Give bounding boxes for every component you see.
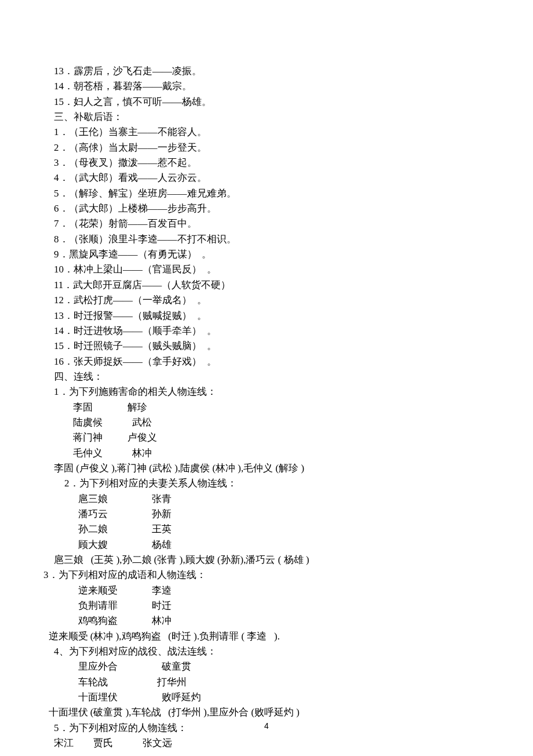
text-line: 逆来顺受 (林冲 ),鸡鸣狗盗 (时迁 ).负荆请罪 ( 李逵 ). — [43, 629, 490, 644]
text-line: 2．（高俅）当太尉——一步登天。 — [43, 140, 490, 155]
text-line: 四、连线： — [43, 369, 490, 384]
text-line: 14．时迁进牧场——（顺手牵羊） 。 — [43, 324, 490, 339]
text-line: 顾大嫂 杨雄 — [43, 537, 490, 553]
text-line: 8．（张顺）浪里斗李逵——不打不相识。 — [43, 232, 490, 247]
text-line: 3．为下列相对应的成语和人物连线： — [43, 568, 490, 583]
text-line: 逆来顺受 李逵 — [43, 583, 490, 598]
text-line: 2．为下列相对应的夫妻关系人物连线： — [43, 476, 490, 491]
page-number: 4 — [0, 720, 533, 733]
text-line: 9．黑旋风李逵——（有勇无谋） 。 — [43, 247, 490, 262]
text-line: 1．为下列施贿害命的相关人物连线： — [43, 384, 490, 399]
text-line: 毛仲义 林冲 — [43, 446, 490, 461]
document-body: 13．霹雳后，沙飞石走——凌振。14．朝苍梧，暮碧落——戴宗。15．妇人之言，慎… — [43, 64, 490, 751]
text-line: 4．（武大郎）看戏——人云亦云。 — [43, 170, 490, 186]
text-line: 5．（解珍、解宝）坐班房——难兄难弟。 — [43, 186, 490, 201]
text-line: 15．时迁照镜子——（贼头贼脑） 。 — [43, 339, 490, 354]
text-line: 14．朝苍梧，暮碧落——戴宗。 — [43, 79, 490, 94]
text-line: 里应外合 破童贯 — [43, 659, 490, 674]
text-line: 扈三娘 (王英 ),孙二娘 (张青 ),顾大嫂 (孙新),潘巧云 ( 杨雄 ) — [43, 553, 490, 568]
text-line: 李固 (卢俊义 ),蒋门神 (武松 ),陆虞侯 (林冲 ),毛仲义 (解珍 ) — [43, 461, 490, 476]
text-line: 负荆请罪 时迁 — [43, 598, 490, 613]
text-line: 扈三娘 张青 — [43, 492, 490, 507]
text-line: 潘巧云 孙新 — [43, 507, 490, 522]
text-line: 十面埋伏 败呼延灼 — [43, 690, 490, 705]
text-line: 1．（王伦）当寨主——不能容人。 — [43, 125, 490, 140]
text-line: 13．霹雳后，沙飞石走——凌振。 — [43, 64, 490, 79]
text-line: 16．张天师捉妖——（拿手好戏） 。 — [43, 354, 490, 369]
text-line: 李固 解珍 — [43, 400, 490, 415]
text-line: 15．妇人之言，慎不可听——杨雄。 — [43, 94, 490, 110]
text-line: 13．时迁报警——（贼喊捉贼） 。 — [43, 308, 490, 324]
text-line: 宋江 贾氏 张文远 — [43, 736, 490, 751]
text-line: 10．林冲上梁山——（官逼民反） 。 — [43, 262, 490, 277]
text-line: 十面埋伏 (破童贯 ),车轮战 (打华州 ),里应外合 (败呼延灼 ) — [43, 705, 490, 720]
text-line: 7．（花荣）射箭——百发百中。 — [43, 216, 490, 231]
text-line: 11．武大郎开豆腐店——（人软货不硬） — [43, 278, 490, 293]
text-line: 车轮战 打华州 — [43, 675, 490, 690]
text-line: 12．武松打虎——（一举成名） 。 — [43, 293, 490, 308]
text-line: 蒋门神 卢俊义 — [43, 430, 490, 445]
text-line: 3．（母夜叉）撒泼——惹不起。 — [43, 155, 490, 170]
text-line: 三、补歇后语： — [43, 110, 490, 125]
text-line: 陆虞候 武松 — [43, 415, 490, 430]
text-line: 4、为下列相对应的战役、战法连线： — [43, 644, 490, 659]
text-line: 6．（武大郎）上楼梯——步步高升。 — [43, 201, 490, 216]
text-line: 鸡鸣狗盗 林冲 — [43, 613, 490, 628]
text-line: 孙二娘 王英 — [43, 522, 490, 537]
